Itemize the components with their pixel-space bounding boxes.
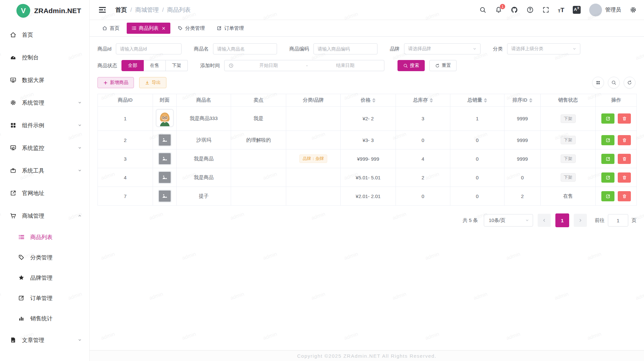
sidebar-item-销售统计[interactable]: 销售统计	[0, 311, 89, 326]
language-icon[interactable]: A文	[573, 6, 581, 14]
user-menu[interactable]: 管理员	[589, 4, 621, 16]
cell-brand: 品牌：杂牌	[286, 150, 341, 168]
sidebar-item-品牌管理[interactable]: 品牌管理	[0, 270, 89, 286]
logo[interactable]: V ZRAdmin.NET	[0, 0, 89, 22]
sort-carets-icon[interactable]	[484, 98, 487, 103]
sidebar-menu: 首页控制台数据大屏系统管理组件示例系统监控系统工具官网地址商城管理商品列表分类管…	[0, 22, 89, 361]
sidebar-item-数据大屏[interactable]: 数据大屏	[0, 71, 89, 89]
goto-page-input[interactable]	[608, 214, 628, 227]
close-tab-icon[interactable]	[161, 26, 166, 30]
delete-button[interactable]	[618, 191, 631, 201]
tab-首页[interactable]: 首页	[97, 23, 124, 34]
product-code-input[interactable]	[313, 43, 377, 54]
help-icon[interactable]	[526, 6, 534, 13]
sidebar-item-组件示例[interactable]: 组件示例	[0, 116, 89, 134]
product-cover-image[interactable]	[156, 109, 174, 127]
sidebar-item-商城管理[interactable]: 商城管理	[0, 207, 89, 225]
status-option-在售[interactable]: 在售	[144, 60, 166, 71]
sidebar-item-控制台[interactable]: 控制台	[0, 48, 89, 67]
refresh-table-button[interactable]	[624, 77, 635, 89]
notification-bell-icon[interactable]: 1	[495, 6, 502, 13]
sidebar-item-商品列表[interactable]: 商品列表	[0, 229, 89, 245]
cell-sales: 0	[450, 187, 504, 206]
edit-button[interactable]	[601, 135, 614, 145]
cell-selling-point	[231, 150, 286, 168]
github-icon[interactable]	[511, 6, 518, 13]
sort-carets-icon[interactable]	[529, 98, 532, 103]
sort-carets-icon[interactable]	[372, 98, 376, 103]
clock-icon	[228, 63, 234, 68]
fullscreen-icon[interactable]	[542, 6, 549, 13]
page-number-1[interactable]: 1	[555, 213, 569, 227]
column-header-价格[interactable]: 价格	[341, 94, 396, 107]
cell-actions	[596, 107, 637, 131]
prev-page-button[interactable]	[538, 214, 551, 227]
font-size-icon[interactable]: TT	[558, 7, 564, 13]
filter-row-2: 商品状态 全部在售下架 添加时间 开始日期 - 结束日期 搜索 重置	[97, 60, 635, 71]
cell-product-name: 我是商品333	[177, 107, 231, 131]
cell-status: 下架	[541, 168, 596, 187]
brand-select[interactable]: 请选择品牌	[404, 43, 481, 54]
image-placeholder-icon[interactable]	[158, 190, 172, 203]
tab-分类管理[interactable]: 分类管理	[173, 23, 209, 34]
search-button[interactable]: 搜索	[397, 60, 425, 71]
column-header-总销量[interactable]: 总销量	[450, 94, 504, 107]
product-id-input[interactable]	[116, 43, 182, 54]
sidebar-item-订单管理[interactable]: 订单管理	[0, 290, 89, 306]
breadcrumb-item: 商城管理	[135, 6, 159, 14]
products-table: 商品ID封面商品名卖点分类/品牌价格总库存总销量排序ID销售状态操作 1我是商品…	[97, 94, 637, 206]
tab-订单管理[interactable]: 订单管理	[212, 23, 248, 34]
sidebar-item-首页[interactable]: 首页	[0, 26, 89, 44]
cell-sort-id: 9999	[504, 131, 541, 150]
edit-button[interactable]	[601, 154, 614, 164]
sidebar-item-分类管理[interactable]: 分类管理	[0, 250, 89, 265]
status-option-全部[interactable]: 全部	[121, 60, 144, 71]
image-placeholder-icon[interactable]	[158, 133, 172, 147]
sidebar-item-官网地址[interactable]: 官网地址	[0, 184, 89, 202]
sidebar-item-文章管理[interactable]: 文章管理	[0, 331, 89, 349]
date-range-picker[interactable]: 开始日期 - 结束日期	[224, 60, 384, 71]
tab-label: 订单管理	[224, 25, 244, 31]
cell-stock: 0	[396, 131, 450, 150]
cell-product-name: 沙琪玛	[177, 131, 231, 150]
reset-button[interactable]: 重置	[429, 60, 457, 71]
category-select[interactable]: 请选择上级分类	[507, 43, 580, 54]
delete-button[interactable]	[618, 172, 631, 183]
delete-button[interactable]	[618, 135, 631, 145]
edit-button[interactable]	[601, 172, 614, 183]
chevron-down-icon	[77, 338, 82, 342]
sidebar-item-label: 分类管理	[30, 254, 82, 261]
page-size-select[interactable]: 10条/页	[484, 214, 533, 227]
cell-actions	[596, 131, 637, 150]
show-search-button[interactable]	[608, 77, 620, 89]
product-name-input[interactable]	[213, 43, 277, 54]
table-toolbar: 新增商品 导出	[97, 77, 635, 89]
sidebar-item-label: 品牌管理	[30, 274, 82, 282]
breadcrumb-item[interactable]: 首页	[115, 6, 127, 14]
column-header-排序ID[interactable]: 排序ID	[504, 94, 541, 107]
collapse-sidebar-icon[interactable]	[98, 6, 107, 14]
header-search-icon[interactable]	[479, 6, 486, 13]
sidebar-item-系统工具[interactable]: 系统工具	[0, 161, 89, 180]
tab-bar: 首页商品列表分类管理订单管理	[90, 20, 644, 37]
tab-商品列表[interactable]: 商品列表	[127, 23, 170, 34]
edit-button[interactable]	[601, 113, 614, 124]
sidebar-item-系统管理[interactable]: 系统管理	[0, 93, 89, 112]
chevron-down-icon	[77, 168, 82, 173]
settings-gear-icon[interactable]	[630, 6, 637, 13]
columns-toggle-button[interactable]	[592, 77, 604, 89]
status-text: 在售	[563, 193, 573, 199]
image-placeholder-icon[interactable]	[158, 152, 172, 165]
export-button[interactable]: 导出	[139, 77, 166, 88]
status-option-下架[interactable]: 下架	[166, 60, 188, 71]
sidebar-item-系统监控[interactable]: 系统监控	[0, 139, 89, 157]
sort-carets-icon[interactable]	[430, 98, 433, 103]
image-placeholder-icon[interactable]	[158, 171, 172, 184]
column-header-总库存[interactable]: 总库存	[396, 94, 450, 107]
cell-selling-point: 我是	[231, 107, 286, 131]
edit-button[interactable]	[601, 191, 614, 201]
next-page-button[interactable]	[574, 214, 587, 227]
add-product-button[interactable]: 新增商品	[97, 77, 134, 88]
delete-button[interactable]	[618, 113, 631, 124]
delete-button[interactable]	[618, 154, 631, 164]
